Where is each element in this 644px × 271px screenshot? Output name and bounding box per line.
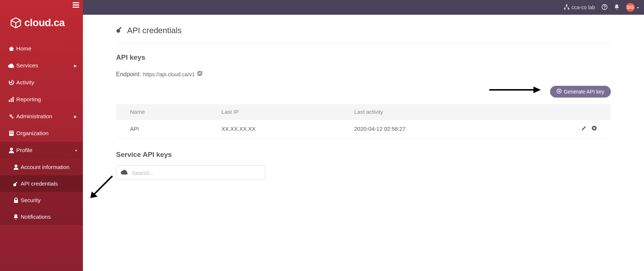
key-icon — [11, 181, 21, 187]
sidebar: cloud.ca Home Services ▶ Activity Report… — [0, 0, 83, 271]
sidebar-item-label: Notifications — [21, 214, 51, 220]
col-last-activity: Last activity — [340, 104, 510, 120]
endpoint-row: Endpoint: https://api.cloud.ca/v1 — [116, 71, 611, 78]
sidebar-item-label: Administration — [16, 113, 52, 120]
service-api-keys-heading: Service API keys — [116, 151, 611, 159]
chevron-right-icon: ▶ — [74, 115, 77, 119]
sidebar-item-label: API credentials — [21, 180, 58, 187]
sidebar-item-organization[interactable]: Organization — [0, 125, 83, 142]
page-title: API credentials — [116, 26, 611, 43]
svg-rect-12 — [11, 131, 12, 132]
sidebar-item-account-information[interactable]: Account information — [0, 159, 83, 175]
bell-icon[interactable] — [614, 4, 619, 11]
sidebar-item-notifications[interactable]: Notifications — [0, 208, 83, 225]
generate-button-label: Generate API key — [564, 89, 604, 95]
svg-rect-13 — [12, 131, 13, 132]
svg-rect-6 — [11, 98, 12, 102]
api-keys-table: Name Last IP Last activity API XX.XX.XX.… — [116, 104, 611, 138]
sidebar-item-reporting[interactable]: Reporting — [0, 91, 83, 108]
cell-last-activity: 2020-04-12 02:58:27 — [340, 120, 510, 138]
svg-marker-32 — [533, 87, 541, 93]
annotation-arrow — [87, 172, 116, 202]
svg-point-9 — [12, 117, 14, 119]
building-icon — [7, 130, 16, 136]
topbar: cca-co lab DG ▾ — [83, 0, 644, 15]
col-last-ip: Last IP — [207, 104, 340, 120]
svg-rect-0 — [73, 2, 79, 3]
svg-rect-24 — [568, 8, 569, 10]
content: API credentials API keys Endpoint: https… — [83, 15, 644, 191]
search-input[interactable] — [132, 170, 260, 176]
svg-point-27 — [116, 29, 120, 33]
org-label: cca-co lab — [571, 4, 595, 10]
user-icon — [7, 147, 16, 153]
sitemap-icon — [564, 4, 569, 11]
delete-icon[interactable] — [592, 126, 597, 132]
chevron-down-icon: ▾ — [75, 148, 77, 152]
sidebar-item-label: Account information — [21, 164, 70, 170]
sidebar-item-label: Reporting — [16, 96, 41, 103]
svg-point-26 — [604, 8, 605, 9]
sidebar-item-label: Organization — [16, 130, 49, 137]
annotation-arrow — [489, 84, 541, 95]
edit-icon[interactable] — [581, 126, 587, 132]
sidebar-item-api-credentials[interactable]: API credentials — [0, 175, 83, 192]
sidebar-item-profile[interactable]: Profile ▾ — [0, 142, 83, 159]
sidebar-item-label: Profile — [16, 147, 32, 154]
bar-chart-icon — [7, 96, 16, 102]
col-name: Name — [116, 104, 207, 120]
hamburger-icon[interactable] — [73, 2, 79, 10]
brand-logo[interactable]: cloud.ca — [0, 0, 83, 40]
svg-rect-7 — [13, 97, 14, 102]
history-icon — [7, 80, 16, 85]
bell-icon — [11, 214, 21, 220]
svg-point-18 — [14, 165, 17, 167]
copy-icon[interactable] — [197, 71, 202, 78]
home-icon — [7, 46, 16, 52]
svg-point-8 — [10, 115, 12, 117]
sidebar-item-label: Home — [16, 45, 31, 52]
svg-rect-14 — [10, 133, 11, 134]
endpoint-url: https://api.cloud.ca/v1 — [143, 71, 195, 77]
svg-rect-15 — [11, 133, 12, 134]
help-icon[interactable] — [602, 4, 608, 11]
gears-icon — [7, 113, 16, 119]
svg-rect-22 — [566, 4, 567, 6]
sidebar-item-security[interactable]: Security — [0, 192, 83, 208]
svg-line-39 — [93, 176, 112, 195]
org-switcher[interactable]: cca-co lab — [564, 4, 595, 11]
svg-rect-16 — [12, 133, 13, 134]
cell-last-ip: XX.XX.XX.XX — [207, 120, 340, 138]
sidebar-item-home[interactable]: Home — [0, 40, 83, 57]
svg-rect-28 — [118, 27, 122, 30]
cloud-icon — [7, 63, 16, 68]
svg-rect-5 — [9, 100, 10, 102]
svg-rect-1 — [73, 4, 79, 6]
user-menu[interactable]: DG ▾ — [626, 3, 639, 12]
sidebar-item-administration[interactable]: Administration ▶ — [0, 108, 83, 125]
service-search[interactable] — [116, 165, 265, 180]
key-icon — [116, 26, 123, 35]
plus-circle-icon — [557, 89, 561, 95]
caret-down-icon: ▾ — [637, 6, 639, 10]
sidebar-item-label: Services — [16, 62, 38, 69]
svg-point-17 — [10, 148, 13, 151]
user-icon — [11, 164, 21, 170]
avatar: DG — [626, 3, 635, 12]
lock-icon — [11, 197, 21, 203]
generate-api-key-button[interactable]: Generate API key — [550, 86, 611, 98]
api-keys-heading: API keys — [116, 53, 611, 61]
svg-rect-2 — [73, 7, 79, 8]
sidebar-item-label: Activity — [16, 79, 34, 86]
endpoint-label: Endpoint: — [116, 71, 141, 78]
svg-rect-11 — [10, 131, 11, 132]
brand-name: cloud.ca — [24, 17, 65, 29]
sidebar-item-label: Security — [21, 197, 41, 203]
cell-name: API — [116, 120, 207, 138]
sidebar-item-activity[interactable]: Activity — [0, 74, 83, 91]
cloud-icon — [121, 169, 128, 176]
sidebar-item-services[interactable]: Services ▶ — [0, 57, 83, 74]
svg-rect-23 — [564, 8, 566, 10]
table-row: API XX.XX.XX.XX 2020-04-12 02:58:27 — [116, 120, 611, 138]
chevron-right-icon: ▶ — [74, 64, 77, 68]
